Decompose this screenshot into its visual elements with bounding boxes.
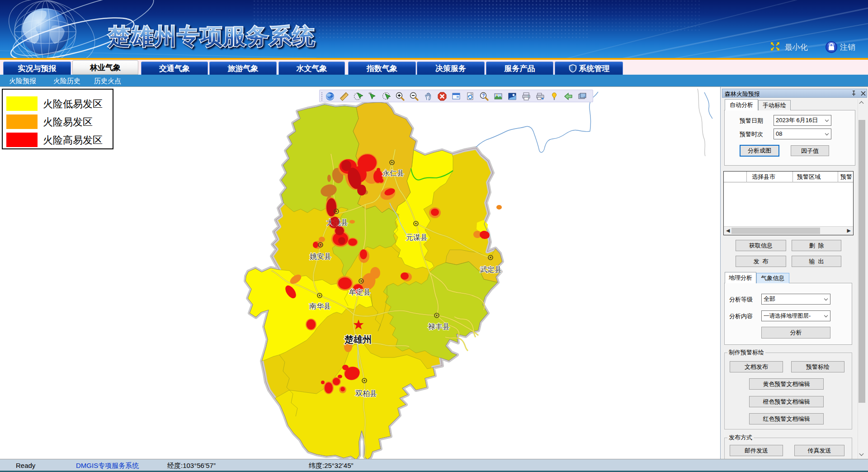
svg-text:禄丰县: 禄丰县 — [428, 323, 450, 330]
svg-text:?: ? — [482, 93, 485, 98]
svg-text:武定县: 武定县 — [480, 266, 502, 273]
svg-text:火险高易发区: 火险高易发区 — [43, 134, 103, 146]
svg-text:最小化: 最小化 — [785, 43, 808, 52]
svg-text:姚安县: 姚安县 — [310, 253, 331, 260]
svg-text:楚雄州: 楚雄州 — [344, 334, 372, 345]
svg-text:元谋县: 元谋县 — [406, 234, 428, 241]
svg-text:永仁县: 永仁县 — [382, 169, 404, 177]
svg-text:火险易发区: 火险易发区 — [43, 116, 93, 128]
svg-text:火险低易发区: 火险低易发区 — [43, 98, 103, 110]
svg-text:牟定县: 牟定县 — [349, 288, 371, 296]
svg-text:注销: 注销 — [840, 43, 855, 52]
svg-text:楚雄州专项服务系统: 楚雄州专项服务系统 — [108, 24, 316, 48]
svg-text:双柏县: 双柏县 — [355, 390, 377, 397]
svg-text:南华县: 南华县 — [309, 302, 331, 310]
